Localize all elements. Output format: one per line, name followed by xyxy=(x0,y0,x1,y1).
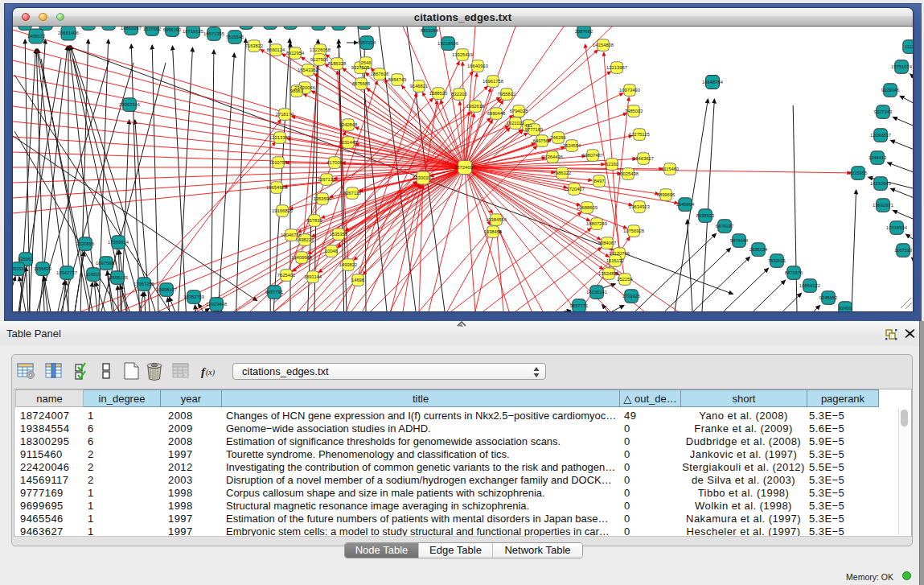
svg-text:1691144: 1691144 xyxy=(304,274,322,279)
svg-text:1640994: 1640994 xyxy=(676,202,695,207)
svg-text:1010755: 1010755 xyxy=(269,160,288,165)
svg-text:18724007: 18724007 xyxy=(454,165,475,170)
svg-text:9327505: 9327505 xyxy=(351,65,370,70)
svg-text:6466160: 6466160 xyxy=(163,27,182,32)
svg-text:19634923: 19634923 xyxy=(629,204,650,209)
svg-text:9329946: 9329946 xyxy=(881,88,900,93)
svg-text:1498222: 1498222 xyxy=(296,237,314,242)
svg-text:9084067: 9084067 xyxy=(598,241,617,245)
svg-text:16543362: 16543362 xyxy=(298,68,318,72)
svg-text:1405572: 1405572 xyxy=(27,34,46,39)
svg-text:9245652: 9245652 xyxy=(819,295,838,300)
svg-text:10807487: 10807487 xyxy=(582,153,603,158)
svg-text:1353594: 1353594 xyxy=(314,196,332,201)
svg-text:13226058: 13226058 xyxy=(310,47,331,52)
svg-text:6990448: 6990448 xyxy=(487,111,506,116)
svg-text:19384554: 19384554 xyxy=(486,217,507,222)
svg-text:12213363: 12213363 xyxy=(269,135,290,140)
svg-text:23300203: 23300203 xyxy=(413,175,433,180)
svg-text:7515546: 7515546 xyxy=(226,35,244,39)
svg-text:17016504: 17016504 xyxy=(886,225,908,230)
svg-text:8497: 8497 xyxy=(594,179,605,183)
svg-text:9227343: 9227343 xyxy=(874,109,893,114)
svg-text:14698: 14698 xyxy=(351,278,364,282)
svg-text:16782759: 16782759 xyxy=(183,295,204,299)
svg-text:13692971: 13692971 xyxy=(873,203,893,208)
svg-text:15751074: 15751074 xyxy=(891,64,913,69)
svg-text:12923448: 12923448 xyxy=(206,302,227,307)
svg-text:6899695: 6899695 xyxy=(657,192,676,197)
svg-text:1362615: 1362615 xyxy=(466,104,485,109)
svg-text:857833: 857833 xyxy=(306,218,322,223)
svg-text:252254: 252254 xyxy=(617,277,633,282)
svg-text:2867608: 2867608 xyxy=(371,72,389,76)
svg-text:12275125: 12275125 xyxy=(629,132,650,137)
svg-text:3624554: 3624554 xyxy=(563,143,581,148)
svg-text:3267130: 3267130 xyxy=(318,177,336,182)
svg-text:1733426: 1733426 xyxy=(622,294,641,299)
svg-text:39151: 39151 xyxy=(13,266,24,271)
svg-text:2087662: 2087662 xyxy=(575,29,593,34)
svg-text:9457791: 9457791 xyxy=(265,290,284,295)
svg-text:9242848: 9242848 xyxy=(339,122,358,127)
svg-text:92450: 92450 xyxy=(839,306,852,311)
svg-text:7163822: 7163822 xyxy=(245,43,264,48)
svg-text:17359934: 17359934 xyxy=(108,240,129,245)
svg-text:10756928: 10756928 xyxy=(623,229,644,233)
svg-text:8031440: 8031440 xyxy=(339,140,358,145)
svg-text:16210643: 16210643 xyxy=(870,181,891,186)
svg-text:16409948: 16409948 xyxy=(291,255,312,260)
svg-text:1244413: 1244413 xyxy=(869,155,887,160)
svg-text:20691406: 20691406 xyxy=(58,31,79,35)
svg-text:8186328: 8186328 xyxy=(328,61,347,66)
svg-text:10719135: 10719135 xyxy=(183,29,203,34)
svg-text:16640910: 16640910 xyxy=(467,64,488,68)
svg-text:1535358: 1535358 xyxy=(330,232,348,237)
svg-text:13325419: 13325419 xyxy=(452,52,473,57)
svg-text:10025438: 10025438 xyxy=(618,171,639,176)
svg-text:16961758: 16961758 xyxy=(483,79,503,84)
svg-text:18807249: 18807249 xyxy=(586,221,607,226)
svg-text:6794028: 6794028 xyxy=(510,109,528,113)
svg-text:6497568: 6497568 xyxy=(533,138,552,143)
svg-text:15720407: 15720407 xyxy=(564,187,585,192)
svg-text:18463627: 18463627 xyxy=(633,156,654,161)
svg-text:19218506: 19218506 xyxy=(437,41,458,46)
svg-text:10975887: 10975887 xyxy=(96,261,117,266)
svg-text:21364436: 21364436 xyxy=(542,154,563,159)
svg-text:19654983: 19654983 xyxy=(266,185,287,190)
svg-text:7986322: 7986322 xyxy=(553,171,572,175)
svg-text:832203: 832203 xyxy=(451,92,466,97)
svg-text:9777169: 9777169 xyxy=(525,127,544,132)
svg-text:746266: 746266 xyxy=(550,135,565,140)
svg-text:935061: 935061 xyxy=(18,257,33,262)
svg-text:8660124: 8660124 xyxy=(267,47,285,52)
svg-text:8454749: 8454749 xyxy=(388,77,407,82)
svg-text:8938923: 8938923 xyxy=(696,213,715,218)
svg-text:1156829: 1156829 xyxy=(34,266,51,271)
svg-text:10046: 10046 xyxy=(325,249,338,253)
svg-text:8912954: 8912954 xyxy=(286,51,305,56)
svg-text:1527602: 1527602 xyxy=(143,27,162,31)
svg-text:9146821: 9146821 xyxy=(410,84,429,89)
svg-text:10688609: 10688609 xyxy=(577,205,598,210)
svg-text:114519: 114519 xyxy=(86,272,101,277)
svg-text:13524851: 13524851 xyxy=(598,271,619,276)
svg-text:62160: 62160 xyxy=(606,162,618,167)
svg-text:20053346: 20053346 xyxy=(119,102,140,107)
svg-text:8267110: 8267110 xyxy=(343,191,361,196)
svg-text:1167533: 1167533 xyxy=(894,248,912,253)
svg-text:14136141: 14136141 xyxy=(586,290,607,295)
svg-text:2935134: 2935134 xyxy=(749,247,768,252)
svg-text:7625402: 7625402 xyxy=(277,273,296,278)
svg-text:14154808: 14154808 xyxy=(593,43,614,47)
svg-text:8215955: 8215955 xyxy=(849,171,868,175)
svg-text:9115460: 9115460 xyxy=(661,167,679,171)
svg-text:8813054: 8813054 xyxy=(421,28,439,33)
svg-text:19166825: 19166825 xyxy=(272,208,293,213)
svg-text:10958107: 10958107 xyxy=(156,287,177,292)
svg-text:7357224: 7357224 xyxy=(358,40,376,45)
svg-text:1621022: 1621022 xyxy=(507,121,525,126)
svg-text:2546: 2546 xyxy=(361,60,372,65)
svg-text:2718170: 2718170 xyxy=(276,112,294,117)
